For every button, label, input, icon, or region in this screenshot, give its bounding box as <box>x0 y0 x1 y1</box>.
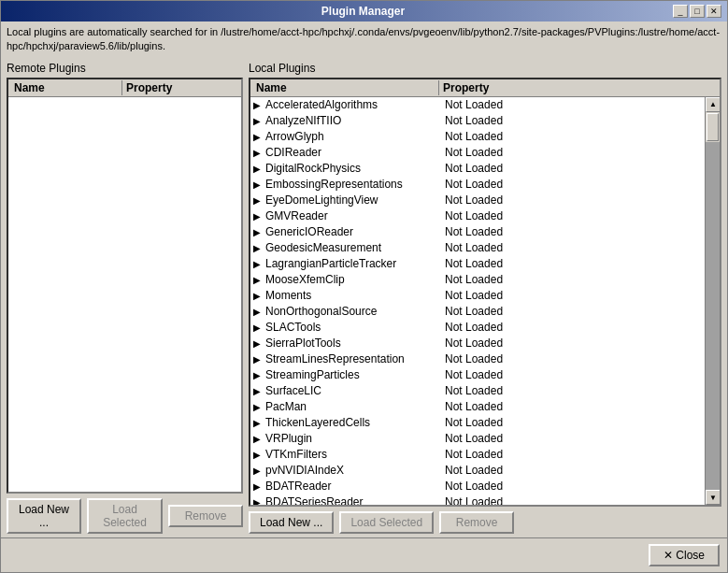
row-plugin-property: Not Loaded <box>441 400 705 413</box>
table-row[interactable]: ▶EyeDomeLightingViewNot Loaded <box>250 193 705 208</box>
row-expand-arrow: ▶ <box>250 434 264 444</box>
remote-load-new-button[interactable]: Load New ... <box>7 498 81 534</box>
row-expand-arrow: ▶ <box>250 100 264 110</box>
local-panel-buttons: Load New ... Load Selected Remove <box>249 511 721 534</box>
row-expand-arrow: ▶ <box>250 291 264 301</box>
table-row[interactable]: ▶VTKmFiltersNot Loaded <box>250 447 705 463</box>
row-expand-arrow: ▶ <box>250 227 264 237</box>
table-row[interactable]: ▶AnalyzeNIfTIIONot Loaded <box>250 113 705 129</box>
scroll-down-button[interactable]: ▼ <box>706 490 720 505</box>
remote-table-header: Name Property <box>8 79 241 97</box>
local-table-inner: ▶AcceleratedAlgorithmsNot Loaded▶Analyze… <box>250 97 720 505</box>
row-expand-arrow: ▶ <box>250 148 264 158</box>
row-plugin-name: EyeDomeLightingView <box>264 193 441 207</box>
row-plugin-property: Not Loaded <box>441 321 705 334</box>
row-expand-arrow: ▶ <box>250 307 264 317</box>
row-expand-arrow: ▶ <box>250 322 264 333</box>
table-row[interactable]: ▶pvNVIDIAIndeXNot Loaded <box>250 463 705 479</box>
scroll-up-button[interactable]: ▲ <box>706 97 720 112</box>
minimize-button[interactable]: _ <box>673 5 688 18</box>
scroll-track[interactable] <box>706 142 720 490</box>
table-row[interactable]: ▶VRPluginNot Loaded <box>250 431 705 447</box>
remote-remove-button[interactable]: Remove <box>168 505 243 527</box>
local-panel-table: Name Property ▶AcceleratedAlgorithmsNot … <box>249 78 721 507</box>
table-row[interactable]: ▶GMVReaderNot Loaded <box>250 208 705 224</box>
scroll-thumb[interactable] <box>707 113 719 141</box>
remote-panel: Remote Plugins Name Property Load New ..… <box>7 62 243 534</box>
table-row[interactable]: ▶SLACToolsNot Loaded <box>250 320 705 336</box>
remote-name-header: Name <box>10 80 122 95</box>
row-expand-arrow: ▶ <box>250 164 264 174</box>
table-row[interactable]: ▶MomentsNot Loaded <box>250 288 705 304</box>
row-plugin-name: SurfaceLIC <box>264 384 441 397</box>
table-row[interactable]: ▶StreamingParticlesNot Loaded <box>250 367 705 383</box>
row-plugin-property: Not Loaded <box>441 178 705 191</box>
table-row[interactable]: ▶GenericIOReaderNot Loaded <box>250 224 705 240</box>
table-row[interactable]: ▶PacManNot Loaded <box>250 399 705 415</box>
table-row[interactable]: ▶DigitalRockPhysicsNot Loaded <box>250 161 705 177</box>
row-plugin-property: Not Loaded <box>441 448 705 461</box>
row-plugin-property: Not Loaded <box>441 225 705 238</box>
local-property-header: Property <box>439 80 718 95</box>
local-panel-label: Local Plugins <box>249 62 721 75</box>
row-plugin-property: Not Loaded <box>441 209 705 222</box>
row-expand-arrow: ▶ <box>250 497 264 505</box>
row-plugin-name: NonOrthogonalSource <box>264 305 441 318</box>
row-plugin-name: VRPlugin <box>264 432 441 445</box>
row-plugin-name: StreamingParticles <box>264 368 441 381</box>
local-remove-button[interactable]: Remove <box>439 511 514 534</box>
table-row[interactable]: ▶SurfaceLICNot Loaded <box>250 383 705 399</box>
table-row[interactable]: ▶ThickenLayeredCellsNot Loaded <box>250 415 705 431</box>
plugin-manager-window: Plugin Manager _ □ ✕ Local plugins are a… <box>0 0 728 573</box>
row-plugin-name: pvNVIDIAIndeX <box>264 464 441 477</box>
table-row[interactable]: ▶MooseXfemClipNot Loaded <box>250 272 705 288</box>
remote-load-selected-button[interactable]: Load Selected <box>87 498 163 534</box>
local-table-body[interactable]: ▶AcceleratedAlgorithmsNot Loaded▶Analyze… <box>250 97 705 505</box>
close-dialog-button[interactable]: ✕ Close <box>649 544 720 566</box>
table-row[interactable]: ▶GeodesicMeasurementNot Loaded <box>250 240 705 256</box>
row-expand-arrow: ▶ <box>250 481 264 492</box>
row-plugin-property: Not Loaded <box>441 273 705 286</box>
row-expand-arrow: ▶ <box>250 402 264 412</box>
row-plugin-property: Not Loaded <box>441 193 705 207</box>
local-load-selected-button[interactable]: Load Selected <box>339 511 434 534</box>
row-plugin-name: EmbossingRepresentations <box>264 178 441 191</box>
row-expand-arrow: ▶ <box>250 195 264 206</box>
row-plugin-property: Not Loaded <box>441 305 705 318</box>
table-row[interactable]: ▶LagrangianParticleTrackerNot Loaded <box>250 256 705 272</box>
table-row[interactable]: ▶AcceleratedAlgorithmsNot Loaded <box>250 97 705 113</box>
row-plugin-name: BDATSeriesReader <box>264 495 441 505</box>
row-expand-arrow: ▶ <box>250 418 264 428</box>
close-button[interactable]: ✕ <box>707 5 721 18</box>
remote-panel-label: Remote Plugins <box>7 62 243 75</box>
local-panel: Local Plugins Name Property ▶Accelerated… <box>249 62 721 534</box>
row-plugin-property: Not Loaded <box>441 289 705 302</box>
row-plugin-property: Not Loaded <box>441 98 705 111</box>
maximize-button[interactable]: □ <box>690 5 705 18</box>
table-row[interactable]: ▶StreamLinesRepresentationNot Loaded <box>250 351 705 367</box>
table-row[interactable]: ▶CDIReaderNot Loaded <box>250 145 705 161</box>
main-content: Remote Plugins Name Property Load New ..… <box>1 58 727 537</box>
row-plugin-name: Moments <box>264 289 441 302</box>
row-expand-arrow: ▶ <box>250 243 264 253</box>
row-expand-arrow: ▶ <box>250 450 264 460</box>
row-plugin-name: GenericIOReader <box>264 225 441 238</box>
window-controls: _ □ ✕ <box>673 5 721 18</box>
row-plugin-name: ArrowGlyph <box>264 130 441 143</box>
table-row[interactable]: ▶BDATReaderNot Loaded <box>250 479 705 494</box>
scrollbar[interactable]: ▲ ▼ <box>705 97 720 505</box>
table-row[interactable]: ▶BDATSeriesReaderNot Loaded <box>250 494 705 505</box>
table-row[interactable]: ▶NonOrthogonalSourceNot Loaded <box>250 304 705 320</box>
remote-panel-table: Name Property <box>7 78 243 494</box>
table-row[interactable]: ▶EmbossingRepresentationsNot Loaded <box>250 177 705 193</box>
local-load-new-button[interactable]: Load New ... <box>249 511 334 534</box>
row-plugin-property: Not Loaded <box>441 384 705 397</box>
row-plugin-name: CDIReader <box>264 146 441 159</box>
row-plugin-property: Not Loaded <box>441 241 705 254</box>
row-plugin-property: Not Loaded <box>441 432 705 445</box>
table-row[interactable]: ▶SierraPlotToolsNot Loaded <box>250 336 705 351</box>
row-plugin-name: SierraPlotTools <box>264 337 441 350</box>
table-row[interactable]: ▶ArrowGlyphNot Loaded <box>250 129 705 145</box>
row-plugin-name: MooseXfemClip <box>264 273 441 286</box>
row-plugin-property: Not Loaded <box>441 114 705 127</box>
